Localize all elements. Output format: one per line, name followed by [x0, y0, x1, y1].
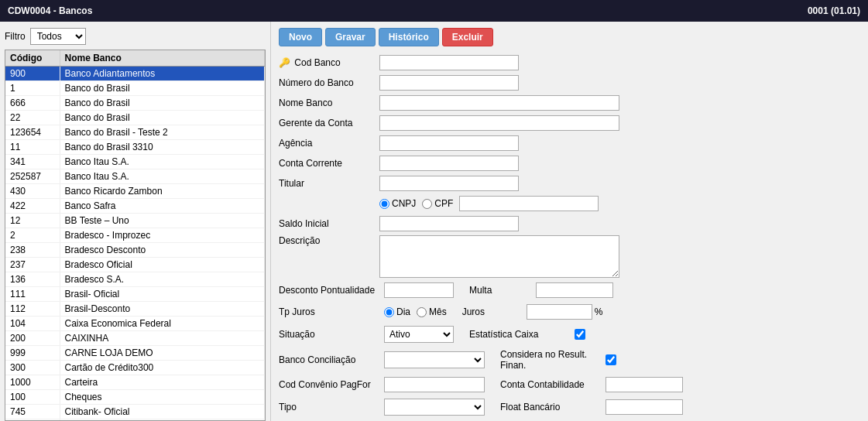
excluir-button[interactable]: Excluir — [442, 28, 493, 46]
banco-conciliacao-row: Banco Conciliação — [279, 351, 485, 368]
table-row[interactable]: 100 Cheques — [5, 390, 265, 405]
cod-convenio-input[interactable] — [384, 377, 485, 392]
float-bancario-row: Float Bancário — [500, 399, 683, 415]
multa-input[interactable] — [536, 282, 613, 298]
row-name: Brasil- Oficial — [60, 287, 265, 302]
table-row[interactable]: 136 Bradesco S.A. — [5, 272, 265, 287]
nome-banco-row: Nome Banco — [279, 94, 860, 111]
gerente-conta-input[interactable] — [379, 115, 619, 131]
saldo-inicial-label: Saldo Inicial — [279, 218, 379, 229]
desconto-pontualidade-label: Desconto Pontualidade — [279, 285, 379, 296]
table-row[interactable]: 104 Caixa Economica Federal — [5, 317, 265, 331]
saldo-inicial-row: Saldo Inicial — [279, 215, 860, 232]
row-name: Citibank- Oficial — [60, 405, 265, 419]
table-row[interactable]: 430 Banco Ricardo Zambon — [5, 184, 265, 199]
agencia-input[interactable] — [379, 135, 519, 151]
descricao-textarea[interactable] — [379, 235, 619, 278]
table-row[interactable]: 238 Bradesco Desconto — [5, 243, 265, 258]
table-row[interactable]: 666 Banco do Brasil — [5, 96, 265, 111]
conta-corrente-row: Conta Corrente — [279, 155, 860, 172]
conta-contabilidade-row: Conta Contabilidade — [500, 377, 683, 392]
multa-row: Multa — [469, 282, 613, 298]
table-row[interactable]: 12 BB Teste – Uno — [5, 214, 265, 228]
table-row[interactable]: 111 Brasil- Oficial — [5, 287, 265, 302]
table-row[interactable]: 112 Brasil-Desconto — [5, 302, 265, 317]
considera-result-checkbox[interactable] — [606, 354, 616, 365]
numero-banco-input[interactable] — [379, 75, 519, 91]
table-row[interactable]: 22 Banco do Brasil — [5, 111, 265, 125]
row-code: 136 — [5, 272, 60, 287]
cpf-radio-label[interactable]: CPF — [422, 198, 453, 209]
estatistica-caixa-checkbox[interactable] — [575, 329, 585, 340]
historico-button[interactable]: Histórico — [379, 28, 439, 46]
row-name: Banco Ricardo Zambon — [60, 184, 265, 199]
row-code: 12 — [5, 214, 60, 228]
float-bancario-input[interactable] — [606, 399, 683, 415]
row-name: Caixa Economica Federal — [60, 317, 265, 331]
table-row[interactable]: 237 Bradesco Oficial — [5, 258, 265, 272]
titular-input[interactable] — [379, 176, 519, 191]
title-bar: CDW0004 - Bancos 0001 (01.01) — [0, 0, 868, 22]
mes-radio-label[interactable]: Mês — [417, 306, 447, 317]
filter-select[interactable]: Todos Ativos Inativos — [30, 28, 86, 45]
novo-button[interactable]: Novo — [279, 28, 322, 46]
table-row[interactable]: 11 Banco do Brasil 3310 — [5, 140, 265, 155]
row-name: CARNE LOJA DEMO — [60, 346, 265, 361]
table-row[interactable]: 745 Citibank- Oficial — [5, 405, 265, 419]
multa-label: Multa — [469, 285, 531, 296]
conta-contabilidade-label: Conta Contabilidade — [500, 379, 601, 390]
app-info: 0001 (01.01) — [808, 5, 860, 16]
conta-corrente-input[interactable] — [379, 156, 519, 171]
cnpj-radio[interactable] — [379, 199, 389, 209]
numero-banco-row: Número do Banco — [279, 74, 860, 91]
cod-banco-input[interactable] — [379, 55, 519, 70]
table-row[interactable]: 1 Banco do Brasil — [5, 81, 265, 96]
cnpj-cpf-input[interactable] — [459, 196, 599, 211]
tp-juros-row: Tp Juros Dia Mês — [279, 306, 447, 317]
agencia-row: Agência — [279, 135, 860, 152]
mes-radio[interactable] — [417, 307, 427, 317]
tipo-label: Tipo — [279, 402, 379, 412]
conta-contabilidade-input[interactable] — [606, 377, 683, 392]
table-row[interactable]: 252587 Banco Itau S.A. — [5, 169, 265, 184]
dia-radio-label[interactable]: Dia — [384, 306, 410, 317]
nome-banco-label: Nome Banco — [279, 98, 379, 108]
cpf-radio[interactable] — [422, 199, 432, 209]
table-row[interactable]: 300 Cartão de Crédito300 — [5, 361, 265, 375]
table-row[interactable]: 999 CARNE LOJA DEMO — [5, 346, 265, 361]
desconto-pontualidade-input[interactable] — [384, 282, 454, 298]
situacao-select[interactable]: Ativo Inativo — [384, 326, 454, 343]
descricao-row: Descrição — [279, 235, 860, 278]
row-name: Bradesco - Improzec — [60, 228, 265, 243]
situacao-row: Situação Ativo Inativo — [279, 326, 454, 343]
dia-radio[interactable] — [384, 307, 394, 317]
table-row[interactable]: 2 Bradesco - Improzec — [5, 228, 265, 243]
row-code: 666 — [5, 96, 60, 111]
nome-banco-input[interactable] — [379, 95, 619, 111]
row-code: 123654 — [5, 125, 60, 140]
cod-convenio-label: Cod Convênio PagFor — [279, 379, 379, 390]
table-row[interactable]: 900 Banco Adiantamentos — [5, 67, 265, 81]
table-row[interactable]: 200 CAIXINHA — [5, 331, 265, 346]
row-code: 100 — [5, 390, 60, 405]
table-row[interactable]: 1000 Carteira — [5, 375, 265, 390]
toolbar: Novo Gravar Histórico Excluir — [279, 28, 860, 46]
table-row[interactable]: 422 Banco Safra — [5, 199, 265, 214]
tipo-select[interactable] — [384, 399, 485, 416]
banco-conciliacao-select[interactable] — [384, 351, 485, 368]
tipo-row: Tipo — [279, 399, 485, 416]
right-panel: Novo Gravar Histórico Excluir 🔑 Cod Banc… — [271, 22, 868, 421]
cnpj-radio-label[interactable]: CNPJ — [379, 198, 416, 209]
cnpj-cpf-row: CNPJ CPF — [279, 195, 860, 212]
juros-input[interactable] — [527, 304, 592, 320]
table-row[interactable]: 123654 Banco do Brasil - Teste 2 — [5, 125, 265, 140]
gerente-conta-row: Gerente da Conta — [279, 115, 860, 132]
row-name: Brasil-Desconto — [60, 302, 265, 317]
table-row[interactable]: 341 Banco Itau S.A. — [5, 155, 265, 169]
gravar-button[interactable]: Gravar — [325, 28, 376, 46]
row-code: 430 — [5, 184, 60, 199]
row-name: Banco do Brasil — [60, 81, 265, 96]
desconto-pontualidade-row: Desconto Pontualidade — [279, 282, 454, 298]
saldo-inicial-input[interactable] — [379, 216, 519, 231]
bank-table: Código Nome Banco 900 Banco Adiantamento… — [5, 50, 265, 421]
